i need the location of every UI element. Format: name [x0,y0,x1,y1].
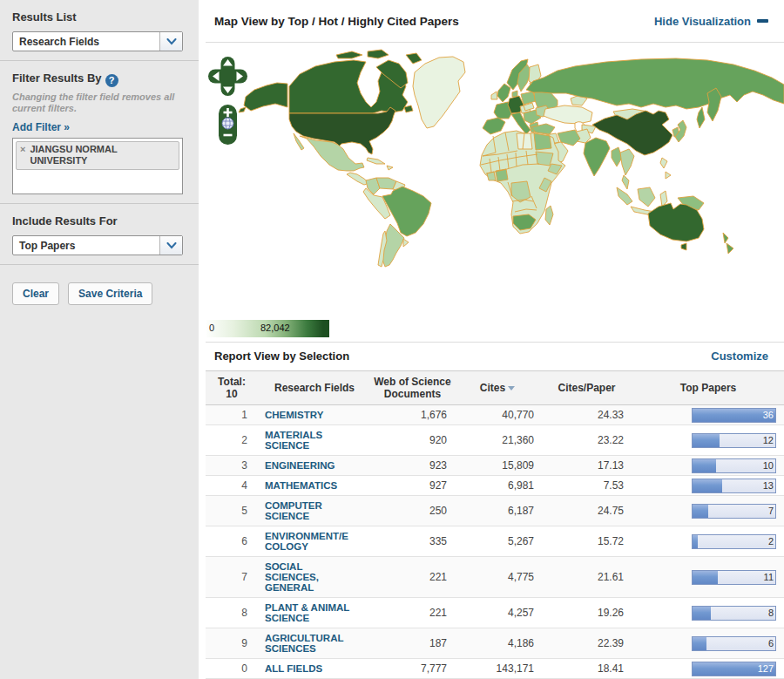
cites-cell: 40,770 [454,405,541,425]
field-link[interactable]: ENGINEERING [265,460,368,471]
hide-visualization-link[interactable]: Hide Visualization [654,15,768,28]
rank-cell: 7 [206,557,258,598]
field-link[interactable]: CHEMISTRY [265,410,368,420]
field-link[interactable]: MATERIALS SCIENCE [265,430,368,451]
remove-filter-icon[interactable]: × [20,144,25,166]
cites-per-paper-cell: 22.39 [541,628,632,659]
filter-tag-label: JIANGSU NORMAL UNIVERSITY [30,144,174,166]
rank-cell: 6 [206,526,258,557]
col-header-field[interactable]: Research Fields [258,371,371,405]
docs-cell: 920 [371,425,454,456]
top-papers-bar: 36 [692,408,776,423]
top-papers-bar: 6 [692,636,776,651]
rank-cell: 2 [206,425,258,456]
col-header-cpp[interactable]: Cites/Paper [541,371,632,405]
add-filter-link[interactable]: Add Filter » [12,121,70,133]
top-papers-bar: 127 [692,662,776,676]
cites-per-paper-cell: 19.26 [541,598,632,628]
cites-per-paper-cell: 24.75 [541,496,632,526]
filter-by-label: Filter Results By [12,71,102,85]
sidebar: Results List Research Fields Filter Resu… [0,0,199,679]
cites-per-paper-cell: 21.61 [541,557,632,598]
field-link[interactable]: MATHEMATICS [265,480,368,491]
results-list-label: Results List [12,10,186,24]
include-section: Include Results For Top Papers [0,204,199,265]
chevron-down-icon[interactable] [159,236,182,255]
table-row: 2MATERIALS SCIENCE92021,36023.2212 [206,425,784,456]
col-header-total: Total:10 [206,371,258,405]
col-header-top[interactable]: Top Papers [632,371,784,405]
results-list-dropdown[interactable]: Research Fields [12,31,183,51]
top-papers-bar: 13 [692,479,776,493]
table-row: 3ENGINEERING92315,80917.1310 [206,456,784,476]
rank-cell: 4 [206,476,258,496]
rank-cell: 0 [206,659,258,679]
cites-cell: 4,257 [454,598,541,628]
cites-cell: 15,809 [454,456,541,476]
world-map[interactable] [206,43,784,317]
report-header: Report View by Selection Customize [206,343,784,370]
table-row: 7SOCIAL SCIENCES, GENERAL2214,77521.6111 [206,557,784,598]
table-row: 6ENVIRONMENT/E COLOGY3355,26715.722 [206,526,784,557]
help-icon[interactable]: ? [105,74,118,87]
top-papers-bar: 12 [692,433,776,448]
filter-section: Filter Results By? Changing the filter f… [0,61,199,204]
field-link[interactable]: ALL FIELDS [265,663,368,674]
rank-cell: 3 [206,456,258,476]
table-row: 8PLANT & ANIMAL SCIENCE2214,25719.268 [206,598,784,628]
page: Results List Research Fields Filter Resu… [0,0,784,679]
col-header-cites[interactable]: Cites [454,371,541,405]
docs-cell: 923 [371,456,454,476]
cites-cell: 21,360 [454,425,541,456]
field-link[interactable]: COMPUTER SCIENCE [265,500,368,521]
legend-max: 82,042 [260,323,290,333]
docs-cell: 335 [371,526,454,557]
customize-link[interactable]: Customize [711,350,768,363]
field-link[interactable]: AGRICULTURAL SCIENCES [265,633,368,654]
clear-button[interactable]: Clear [12,282,59,305]
field-link[interactable]: PLANT & ANIMAL SCIENCE [265,602,368,623]
rank-cell: 8 [206,598,258,628]
rank-cell: 9 [206,628,258,659]
top-papers-bar: 7 [692,504,776,519]
cites-cell: 143,171 [454,659,541,679]
cites-per-paper-cell: 24.33 [541,405,632,425]
cites-cell: 6,187 [454,496,541,526]
cites-cell: 4,775 [454,557,541,598]
top-papers-bar: 11 [692,570,776,585]
save-criteria-button[interactable]: Save Criteria [68,282,152,305]
table-row: 1CHEMISTRY1,67640,77024.3336 [206,405,784,425]
main-panel: Map View by Top / Hot / Highly Cited Pap… [206,0,784,679]
cites-per-paper-cell: 7.53 [541,476,632,496]
legend-min: 0 [209,323,214,333]
filter-tag[interactable]: × JIANGSU NORMAL UNIVERSITY [16,141,179,170]
cites-per-paper-cell: 23.22 [541,425,632,456]
cites-per-paper-cell: 18.41 [541,659,632,679]
map-header: Map View by Top / Hot / Highly Cited Pap… [206,0,784,43]
map-title: Map View by Top / Hot / Highly Cited Pap… [214,15,459,28]
cites-cell: 6,981 [454,476,541,496]
docs-cell: 221 [371,598,454,628]
include-dropdown[interactable]: Top Papers [12,235,183,255]
table-row: 5COMPUTER SCIENCE2506,18724.757 [206,496,784,526]
docs-cell: 187 [371,628,454,659]
chevron-down-icon[interactable] [159,32,182,51]
top-papers-bar: 10 [692,458,776,473]
field-link[interactable]: ENVIRONMENT/E COLOGY [265,531,368,552]
report-table-body: 1CHEMISTRY1,67640,77024.33362MATERIALS S… [206,405,784,679]
actions-section: Clear Save Criteria [0,265,199,305]
filter-box: × JIANGSU NORMAL UNIVERSITY [12,138,183,194]
rank-cell: 5 [206,496,258,526]
docs-cell: 1,676 [371,405,454,425]
docs-cell: 927 [371,476,454,496]
divider [199,0,206,679]
include-label: Include Results For [12,214,186,227]
top-papers-bar: 8 [692,606,776,621]
field-link[interactable]: SOCIAL SCIENCES, GENERAL [265,561,368,593]
docs-cell: 250 [371,496,454,526]
filter-note: Changing the filter field removes all cu… [12,92,186,114]
report-title: Report View by Selection [214,350,349,363]
sort-desc-icon [508,386,515,390]
map-pan-control [208,57,247,96]
col-header-docs[interactable]: Web of Science Documents [371,371,454,405]
